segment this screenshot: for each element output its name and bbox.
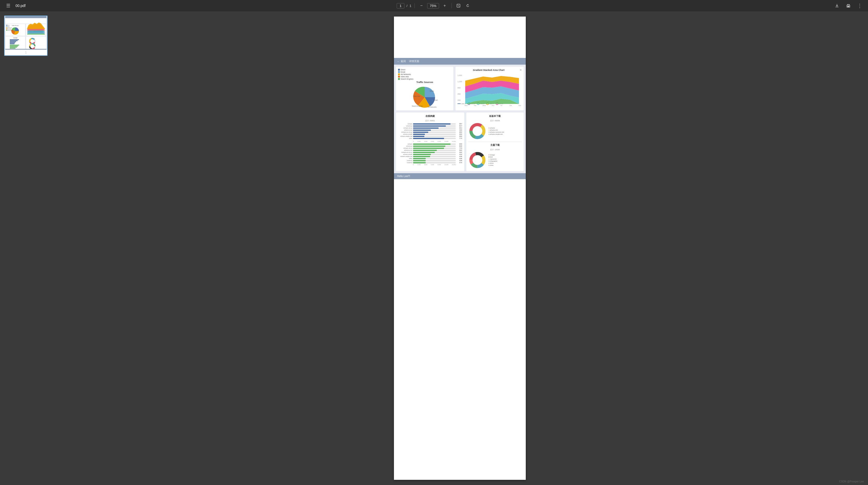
legend-color-videoads: [398, 76, 400, 78]
page-number-input[interactable]: [397, 3, 405, 8]
theme-donut-svg: [468, 151, 487, 169]
menu-button[interactable]: ☰: [4, 2, 12, 10]
toolbar-center: / 1 − +: [397, 2, 471, 9]
pie-chart-svg: Direct Email Ad Networks Search Engines …: [409, 84, 440, 110]
legend-label-adnetworks: Ad Networks: [401, 73, 411, 75]
bar-row-green: echarts.simple 4419: [398, 154, 462, 155]
pdf-viewer[interactable]: ← 返回 详情页面 Direct: [52, 11, 868, 485]
svg-rect-35: [10, 45, 19, 46]
footer-attribution: CSDN @Prosper Lee: [839, 480, 864, 483]
bar-row: echarts 9357: [398, 123, 462, 125]
area-chart-container: 1,000 1,200 800 400 200: [458, 73, 522, 101]
zoom-out-button[interactable]: −: [418, 2, 425, 9]
divider: [468, 142, 522, 142]
svg-rect-17: [6, 29, 7, 29]
charts-area: Direct Email Ad Networks: [394, 65, 526, 173]
x-axis-labels-bottom: 02,0004,0006,0008,00010,00010,651: [413, 164, 456, 165]
traffic-legend: Direct Email Ad Networks: [398, 69, 451, 80]
svg-text:Sun: Sun: [519, 105, 521, 106]
svg-text:400: 400: [458, 93, 461, 95]
traffic-sources-panel: Direct Email Ad Networks: [396, 67, 454, 111]
toolbar: ☰ 00.pdf / 1 − +: [0, 0, 868, 11]
zoom-level-input[interactable]: [427, 3, 439, 8]
theme-download-title: 主题下载: [468, 144, 522, 147]
bar-chart-panel: 在线构建 总计: 50651 echarts 9357 echarts.js: [396, 113, 464, 171]
version-download-chart: ● echarts ● echarts.min ● echarts.common…: [468, 122, 522, 140]
svg-text:Thu: Thu: [492, 105, 494, 106]
gradient-chart-title: Gradient Stacked Area Chart: [458, 69, 520, 71]
main-area: Traffic Sources Direct Email Ad Networks: [0, 11, 868, 485]
svg-text:Search Engines: Search Engines: [412, 105, 423, 107]
hello-text: Hello Lee!!!: [397, 175, 410, 178]
zoom-in-icon: +: [443, 3, 446, 8]
svg-rect-11: [6, 25, 7, 26]
theme-download-section: 主题下载 总计: 10030: [468, 144, 522, 169]
hello-bar: Hello Lee!!!: [394, 173, 526, 179]
theme-download-chart: ● vintage ● dark ● macarons ● infographi…: [468, 151, 522, 169]
nav-back[interactable]: ← 返回: [397, 59, 406, 63]
legend-color-direct: [398, 69, 400, 70]
svg-rect-32: [10, 41, 16, 42]
legend-item-adnetworks: Ad Networks: [398, 73, 451, 75]
rotate-button[interactable]: [464, 2, 471, 9]
svg-text:Video Ads: Video Ads: [413, 95, 420, 97]
svg-rect-4: [847, 6, 849, 7]
fit-page-icon: [456, 4, 460, 8]
thumbnail-preview: Traffic Sources Direct Email Ad Networks: [5, 16, 47, 50]
bar-row: echarts.simple.min 2840: [398, 135, 462, 137]
svg-text:在线构建: 在线构建: [13, 37, 17, 38]
back-arrow-icon: ←: [397, 60, 400, 63]
back-label: 返回: [401, 59, 406, 63]
svg-text:Traffic Sources: Traffic Sources: [12, 25, 19, 26]
page-total: 1: [409, 4, 411, 8]
pdf-page: ← 返回 详情页面 Direct: [394, 17, 526, 480]
svg-text:Tue: Tue: [474, 105, 477, 106]
svg-rect-7: [6, 18, 46, 24]
svg-text:Search Engines: Search Engines: [7, 30, 13, 31]
svg-text:200: 200: [458, 99, 461, 101]
page-separator: /: [407, 4, 408, 8]
svg-text:1,200: 1,200: [458, 81, 462, 83]
svg-text:Mon: Mon: [465, 105, 468, 106]
version-donut-legend: ● echarts ● echarts.min ● echarts.common…: [489, 127, 504, 135]
more-icon: ⋮: [857, 3, 862, 9]
svg-text:Ad Networks: Ad Networks: [7, 27, 12, 28]
gradient-chart-expand[interactable]: ⊞: [520, 69, 522, 71]
fit-page-button[interactable]: [455, 2, 462, 9]
page-thumbnail[interactable]: Traffic Sources Direct Email Ad Networks: [4, 16, 48, 56]
traffic-sources-title: Traffic Sources: [398, 81, 451, 84]
svg-rect-39: [26, 36, 46, 49]
legend-item-direct: Direct: [398, 69, 451, 70]
print-button[interactable]: [844, 2, 852, 10]
pdf-nav-bar: ← 返回 详情页面: [394, 58, 526, 65]
svg-text:800: 800: [458, 87, 461, 89]
gradient-area-panel: Gradient Stacked Area Chart ⊞ 1,000 1,20…: [456, 67, 524, 111]
download-button[interactable]: [833, 2, 841, 10]
svg-rect-38: [10, 48, 16, 49]
legend-item-email: Email: [398, 71, 451, 73]
bar-row: echarts-en.js 4420: [398, 129, 462, 131]
version-donut-svg: [468, 122, 487, 140]
svg-rect-30: [10, 39, 19, 40]
more-options-button[interactable]: ⋮: [856, 2, 864, 10]
bar-chart-subtitle: 总计: 50651: [398, 119, 462, 122]
svg-text:Email: Email: [7, 26, 9, 27]
sidebar: Traffic Sources Direct Email Ad Networks: [0, 11, 52, 485]
bar-row: echarts-en.min.js 3840: [398, 131, 462, 133]
legend-label-direct: Direct: [401, 69, 405, 70]
version-download-subtitle: 总计: 43059: [468, 119, 522, 122]
footer-text: CSDN @Prosper Lee: [839, 480, 864, 483]
toolbar-right: ⋮: [833, 2, 864, 10]
theme-donut-legend: ● vintage ● dark ● macarons ● infographi…: [489, 154, 498, 166]
legend-item-searchengines: Search Engines: [398, 78, 451, 80]
svg-text:Video Ads: Video Ads: [7, 29, 11, 30]
area-chart-svg: 1,000 1,200 800 400 200: [458, 73, 522, 107]
svg-text:Fri: Fri: [501, 105, 502, 106]
svg-rect-34: [10, 43, 14, 44]
legend-item-videoads: Video Ads: [398, 76, 451, 78]
svg-rect-31: [10, 40, 18, 41]
svg-line-1: [458, 5, 459, 6]
zoom-in-button[interactable]: +: [441, 2, 448, 9]
bar-row-green: echarts 9290: [398, 143, 462, 145]
legend-label-videoads: Video Ads: [401, 76, 409, 78]
